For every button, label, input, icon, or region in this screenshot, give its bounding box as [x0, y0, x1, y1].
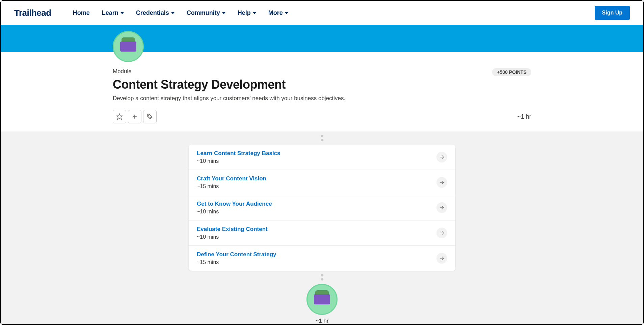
logo[interactable]: Trailhead — [14, 8, 51, 18]
unit-title[interactable]: Learn Content Strategy Basics — [197, 150, 280, 157]
nav-credentials[interactable]: Credentials — [136, 9, 175, 17]
chevron-down-icon — [120, 12, 124, 14]
module-description: Develop a content strategy that aligns y… — [113, 95, 531, 102]
module-label: Module — [113, 52, 531, 75]
nav-learn-label: Learn — [102, 9, 118, 17]
arrow-right-icon — [439, 256, 445, 261]
units-section: Learn Content Strategy Basics ~10 mins C… — [1, 131, 643, 325]
unit-start-button[interactable] — [436, 177, 447, 188]
tag-icon — [146, 113, 153, 120]
unit-row[interactable]: Evaluate Existing Content ~10 mins — [189, 220, 455, 246]
hero-band — [1, 25, 643, 52]
module-duration: ~1 hr — [517, 113, 531, 120]
actions-row: ~1 hr — [113, 110, 531, 123]
unit-start-button[interactable] — [436, 228, 447, 238]
top-nav: Trailhead Home Learn Credentials Communi… — [1, 1, 643, 25]
chevron-down-icon — [285, 12, 288, 14]
module-header: +500 POINTS Module Content Strategy Deve… — [106, 52, 538, 123]
tags-button[interactable] — [143, 110, 157, 123]
unit-start-button[interactable] — [436, 152, 447, 162]
completion-badge-icon — [306, 284, 338, 315]
points-badge: +500 POINTS — [492, 68, 531, 76]
page-title: Content Strategy Development — [113, 78, 531, 92]
unit-title[interactable]: Get to Know Your Audience — [197, 201, 272, 207]
unit-start-button[interactable] — [436, 253, 447, 264]
unit-info: Define Your Content Strategy ~15 mins — [197, 251, 276, 265]
nav-items: Home Learn Credentials Community Help Mo… — [73, 9, 288, 17]
completion-duration: ~1 hr — [1, 318, 643, 324]
chevron-down-icon — [171, 12, 175, 14]
unit-row[interactable]: Learn Content Strategy Basics ~10 mins — [189, 145, 455, 170]
nav-home[interactable]: Home — [73, 9, 90, 17]
svg-point-3 — [148, 115, 149, 116]
favorite-button[interactable] — [113, 110, 126, 123]
chevron-down-icon — [253, 12, 256, 14]
connector-dots-bottom — [1, 271, 643, 284]
module-badge-icon — [113, 31, 144, 62]
unit-info: Craft Your Content Vision ~15 mins — [197, 175, 266, 189]
unit-duration: ~15 mins — [197, 183, 266, 189]
arrow-right-icon — [439, 154, 445, 160]
sign-up-button[interactable]: Sign Up — [595, 6, 630, 20]
nav-community-label: Community — [187, 9, 220, 17]
svg-marker-0 — [117, 114, 123, 120]
unit-row[interactable]: Craft Your Content Vision ~15 mins — [189, 170, 455, 195]
unit-start-button[interactable] — [436, 202, 447, 213]
unit-row[interactable]: Get to Know Your Audience ~10 mins — [189, 195, 455, 220]
unit-duration: ~10 mins — [197, 234, 268, 240]
connector-dots-top — [1, 131, 643, 145]
nav-help-label: Help — [238, 9, 251, 17]
unit-title[interactable]: Define Your Content Strategy — [197, 251, 276, 258]
arrow-right-icon — [439, 180, 445, 185]
unit-duration: ~10 mins — [197, 158, 280, 164]
nav-more[interactable]: More — [268, 9, 288, 17]
units-card: Learn Content Strategy Basics ~10 mins C… — [189, 145, 455, 271]
nav-more-label: More — [268, 9, 283, 17]
unit-info: Evaluate Existing Content ~10 mins — [197, 226, 268, 240]
unit-title[interactable]: Craft Your Content Vision — [197, 175, 266, 182]
nav-help[interactable]: Help — [238, 9, 256, 17]
nav-community[interactable]: Community — [187, 9, 225, 17]
unit-info: Get to Know Your Audience ~10 mins — [197, 201, 272, 215]
unit-title[interactable]: Evaluate Existing Content — [197, 226, 268, 233]
nav-learn[interactable]: Learn — [102, 9, 124, 17]
star-icon — [116, 113, 123, 120]
unit-duration: ~10 mins — [197, 209, 272, 215]
add-button[interactable] — [128, 110, 141, 123]
unit-info: Learn Content Strategy Basics ~10 mins — [197, 150, 280, 164]
plus-icon — [131, 113, 138, 120]
unit-duration: ~15 mins — [197, 259, 276, 265]
nav-home-label: Home — [73, 9, 90, 17]
arrow-right-icon — [439, 230, 445, 236]
chevron-down-icon — [222, 12, 225, 14]
arrow-right-icon — [439, 205, 445, 210]
unit-row[interactable]: Define Your Content Strategy ~15 mins — [189, 246, 455, 271]
nav-credentials-label: Credentials — [136, 9, 169, 17]
